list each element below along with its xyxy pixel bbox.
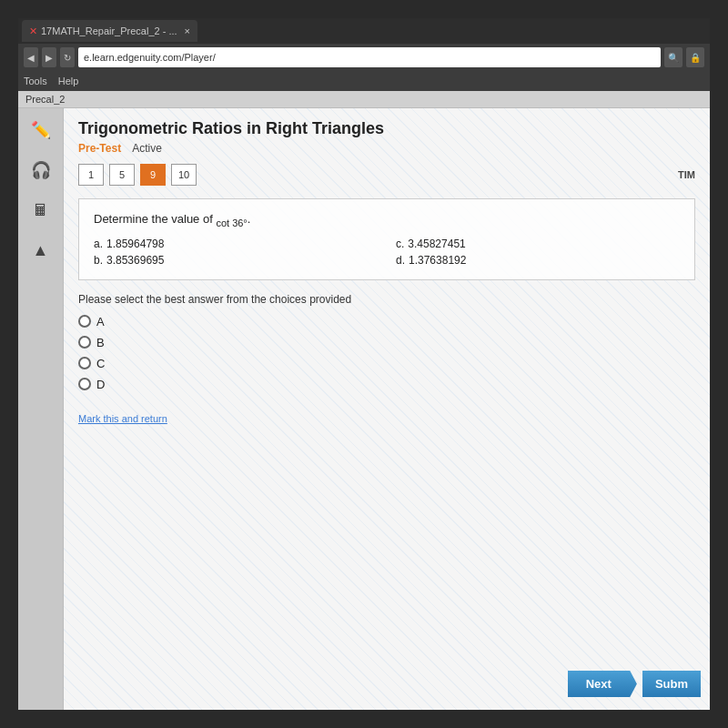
radio-option-c[interactable]: C — [78, 357, 695, 370]
address-input[interactable] — [78, 47, 661, 67]
radio-circle-c — [78, 357, 91, 369]
cot-label: cot 36° — [216, 217, 247, 228]
radio-label-a: A — [96, 315, 105, 329]
submit-button[interactable]: Subm — [642, 671, 701, 697]
main-area: ✏️ 🎧 🖩 ▲ Trigonometric Ratios in Right T… — [18, 108, 710, 710]
radio-circle-b — [78, 336, 91, 349]
question-btn-5[interactable]: 5 — [109, 164, 135, 186]
mark-return-link[interactable]: Mark this and return — [78, 413, 167, 424]
content-area: Trigonometric Ratios in Right Triangles … — [64, 108, 710, 710]
menu-bar: Tools Help — [18, 71, 710, 91]
edit-icon[interactable]: ✏️ — [26, 116, 56, 145]
answers-grid: a. 1.85964798 c. 3.45827451 b. 3.8536969… — [94, 238, 680, 267]
answer-c-value: 3.45827451 — [408, 238, 465, 250]
browser-tab[interactable]: ✕ 17MATH_Repair_Precal_2 - ... × — [22, 20, 197, 42]
radio-circle-d — [78, 378, 91, 390]
radio-label-b: B — [96, 336, 105, 349]
next-button[interactable]: Next — [568, 671, 637, 697]
select-prompt: Please select the best answer from the c… — [78, 293, 695, 306]
answer-c: c. 3.45827451 — [396, 238, 680, 250]
lesson-subtitle: Pre-Test Active — [78, 142, 695, 155]
tab-close-icon[interactable]: × — [185, 25, 190, 36]
tab-bar: ✕ 17MATH_Repair_Precal_2 - ... × — [18, 18, 710, 44]
answer-d-value: 1.37638192 — [409, 254, 466, 267]
timer-label: TIM — [678, 169, 695, 180]
radio-option-d[interactable]: D — [78, 378, 695, 391]
radio-circle-a — [78, 315, 91, 328]
radio-option-b[interactable]: B — [78, 336, 695, 349]
tab-icon: ✕ — [29, 25, 37, 37]
active-label: Active — [132, 142, 162, 155]
back-button[interactable]: ◀ — [24, 47, 38, 67]
refresh-button[interactable]: ↻ — [60, 47, 75, 67]
lesson-title: Trigonometric Ratios in Right Triangles — [78, 119, 695, 138]
pre-test-label: Pre-Test — [78, 142, 121, 155]
question-btn-1[interactable]: 1 — [78, 164, 104, 186]
browser-chrome: ✕ 17MATH_Repair_Precal_2 - ... × ◀ ▶ ↻ 🔍… — [18, 18, 710, 91]
radio-option-a[interactable]: A — [78, 315, 695, 329]
answer-a: a. 1.85964798 — [94, 238, 378, 250]
calculator-icon[interactable]: 🖩 — [26, 196, 56, 225]
answer-a-value: 1.85964798 — [106, 238, 164, 250]
search-button[interactable]: 🔍 — [664, 47, 682, 67]
radio-group: A B C D — [78, 315, 695, 391]
address-bar-row: ◀ ▶ ↻ 🔍 🔒 — [18, 44, 710, 71]
monitor-bezel: ✕ 17MATH_Repair_Precal_2 - ... × ◀ ▶ ↻ 🔍… — [0, 0, 728, 728]
lock-icon: 🔒 — [686, 47, 704, 67]
question-text: Determine the value of cot 36°. — [94, 212, 680, 228]
content-inner: Trigonometric Ratios in Right Triangles … — [64, 108, 710, 437]
question-btn-10[interactable]: 10 — [171, 164, 197, 186]
radio-label-d: D — [96, 378, 105, 391]
answer-d: d. 1.37638192 — [396, 254, 680, 267]
radio-label-c: C — [96, 357, 105, 370]
breadcrumb: Precal_2 — [18, 91, 710, 108]
screen: ✕ 17MATH_Repair_Precal_2 - ... × ◀ ▶ ↻ 🔍… — [18, 18, 710, 710]
sidebar: ✏️ 🎧 🖩 ▲ — [18, 108, 64, 710]
answer-b: b. 3.85369695 — [94, 254, 378, 267]
action-buttons: Next Subm — [568, 671, 701, 697]
page-content: Precal_2 ✏️ 🎧 🖩 ▲ Trigonometric Ratios i… — [18, 91, 710, 710]
question-box: Determine the value of cot 36°. a. 1.859… — [78, 198, 695, 280]
menu-tools[interactable]: Tools — [24, 76, 47, 86]
question-btn-9[interactable]: 9 — [140, 164, 166, 186]
audio-icon[interactable]: 🎧 — [26, 156, 56, 185]
question-nav: 1 5 9 10 TIM — [78, 164, 695, 186]
menu-help[interactable]: Help — [58, 76, 79, 86]
tab-title: 17MATH_Repair_Precal_2 - ... — [41, 25, 177, 36]
scroll-up-icon[interactable]: ▲ — [26, 236, 56, 265]
answer-b-value: 3.85369695 — [106, 254, 164, 267]
forward-button[interactable]: ▶ — [42, 47, 56, 67]
